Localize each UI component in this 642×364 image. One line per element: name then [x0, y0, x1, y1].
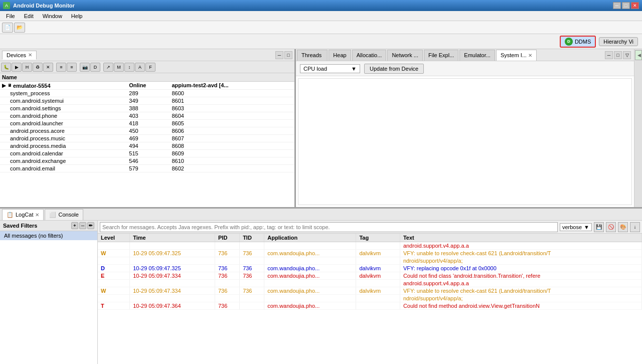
traceview-btn[interactable]: ↗	[103, 63, 113, 72]
update-threads-btn[interactable]: ▶	[12, 63, 22, 72]
process-port: 8604	[168, 112, 283, 119]
tab-minimize-btn[interactable]: ─	[605, 51, 613, 59]
log-table[interactable]: Level Time PID TID Application Tag Text	[98, 234, 642, 364]
table-row[interactable]: com.android.email 579 8602	[0, 164, 294, 172]
devices-tab-close[interactable]: ✕	[28, 52, 32, 58]
menu-help[interactable]: Help	[67, 12, 87, 20]
file-explorer-btn[interactable]: F	[145, 63, 155, 72]
menu-edit[interactable]: Edit	[20, 12, 38, 20]
all-messages-filter[interactable]: All messages (no filters)	[0, 231, 97, 240]
table-row[interactable]: android.process.acore 450 8606	[0, 127, 294, 134]
tab-view-menu-btn[interactable]: ▽	[623, 51, 631, 59]
alloc-tracking-btn[interactable]: A	[135, 63, 145, 72]
list-item[interactable]: ndroid/support/v4/app/a;	[98, 295, 642, 302]
process-port: 8609	[168, 149, 283, 157]
tab-heap[interactable]: Heap	[329, 50, 351, 61]
side-panel-item[interactable]: ◀	[635, 50, 642, 60]
update-from-device-button[interactable]: Update from Device	[364, 64, 424, 74]
table-row[interactable]: com.android.launcher 418 8605	[0, 119, 294, 127]
tab-system-info[interactable]: System I... ✕	[496, 50, 537, 61]
list-item[interactable]: android.support.v4.app.a.a	[98, 242, 642, 250]
device-list[interactable]: Name ▶ 🖥 emulator-5554 Online appium-tes…	[0, 73, 294, 207]
list-item[interactable]: D 10-29 05:09:47.325 736 736 com.wandouj…	[98, 265, 642, 272]
log-tid	[240, 242, 264, 250]
log-level: T	[98, 302, 130, 310]
table-row[interactable]: com.android.phone 403 8604	[0, 112, 294, 119]
update-heap-btn[interactable]: H	[22, 63, 32, 72]
menu-file[interactable]: File	[2, 12, 19, 20]
thread-updates-btn[interactable]: ≡	[56, 63, 66, 72]
toggle-method-btn[interactable]: ↕	[124, 63, 134, 72]
list-item[interactable]: W 10-29 05:09:47.334 736 736 com.wandouj…	[98, 287, 642, 295]
table-row[interactable]: com.android.exchange 546 8610	[0, 157, 294, 164]
table-row[interactable]: com.android.settings 388 8603	[0, 104, 294, 112]
save-log-btn[interactable]: 💾	[594, 222, 604, 232]
logcat-tab-bar: 📋 LogCat ✕ ⬜ Console	[0, 209, 642, 221]
screenshot-btn[interactable]: 📷	[80, 63, 90, 72]
table-row[interactable]: android.process.media 494 8608	[0, 142, 294, 149]
scroll-lock-btn[interactable]: ↓	[630, 222, 640, 232]
tab-allocation[interactable]: Allocatio...	[352, 50, 387, 61]
dump-btn[interactable]: D	[90, 63, 100, 72]
filter-actions: + ─ ✏	[71, 222, 94, 229]
list-item[interactable]: ndroid/support/v4/app/a;	[98, 257, 642, 265]
process-port: 8601	[168, 97, 283, 104]
logcat-tab-close[interactable]: ✕	[35, 212, 39, 218]
tab-system-info-close[interactable]: ✕	[528, 53, 532, 58]
tab-network[interactable]: Network ...	[387, 50, 423, 61]
toolbar-new-btn[interactable]: 📄	[2, 23, 13, 33]
method-profile-btn[interactable]: M	[114, 63, 124, 72]
tab-emulator[interactable]: Emulator...	[459, 50, 495, 61]
table-row[interactable]: com.android.systemui 349 8601	[0, 97, 294, 104]
tab-maximize-btn[interactable]: □	[614, 51, 622, 59]
console-tab[interactable]: ⬜ Console	[45, 209, 83, 220]
table-row[interactable]: com.android.calendar 515 8609	[0, 149, 294, 157]
tab-emulator-label: Emulator...	[464, 52, 491, 58]
list-item[interactable]: E 10-29 05:09:47.334 736 736 com.wandouj…	[98, 272, 642, 280]
log-text: VFY: unable to resolve check-cast 621 (L…	[400, 287, 641, 295]
log-level	[98, 242, 130, 250]
cpu-load-dropdown[interactable]: CPU load ▼	[300, 64, 360, 73]
clear-log-btn[interactable]: 🚫	[606, 222, 616, 232]
log-tid	[240, 295, 264, 302]
add-filter-btn[interactable]: +	[71, 222, 78, 229]
verbose-dropdown[interactable]: verbose ▼	[560, 223, 592, 231]
main-tabs-bar: Threads Heap Allocatio... Network ... Fi…	[296, 49, 634, 61]
process-name: com.android.exchange	[0, 157, 125, 164]
tab-file-explorer[interactable]: File Expl...	[424, 50, 458, 61]
ddms-button[interactable]: D DDMS	[560, 36, 596, 48]
list-item[interactable]: android.support.v4.app.a.a	[98, 280, 642, 287]
logcat-search-input[interactable]	[100, 222, 558, 232]
table-row[interactable]: android.process.music 469 8607	[0, 134, 294, 142]
list-item[interactable]: T 10-29 05:09:47.364 736 com.wandoujia.p…	[98, 302, 642, 310]
log-tag	[356, 242, 400, 250]
maximize-button[interactable]: □	[622, 2, 630, 9]
log-time: 10-29 05:09:47.325	[130, 250, 215, 257]
main-content: Devices ✕ ─ □ 🐛 ▶ H ♻ ✕ ≡ ≡ 📷 D	[0, 49, 642, 364]
devices-tab[interactable]: Devices ✕	[2, 51, 37, 60]
col-text: Text	[400, 234, 641, 242]
minimize-button[interactable]: ─	[613, 2, 621, 9]
gc-btn[interactable]: ♻	[33, 63, 43, 72]
tab-threads[interactable]: Threads	[297, 50, 328, 61]
col-time: Time	[130, 234, 215, 242]
hierarchy-viewer-button[interactable]: Hierarchy Vi	[599, 37, 638, 46]
heap-updates-btn[interactable]: ≡	[67, 63, 77, 72]
debug-btn[interactable]: 🐛	[1, 63, 11, 72]
col-app: Application	[264, 234, 356, 242]
toolbar-open-btn[interactable]: 📂	[14, 23, 25, 33]
devices-minimize-btn[interactable]: ─	[275, 51, 283, 59]
logcat-tab[interactable]: 📋 LogCat ✕	[2, 209, 44, 220]
window-controls[interactable]: ─ □ ✕	[613, 2, 639, 9]
process-port: 8607	[168, 134, 283, 142]
menu-window[interactable]: Window	[39, 12, 66, 20]
toggle-color-btn[interactable]: 🎨	[618, 222, 628, 232]
close-button[interactable]: ✕	[631, 2, 639, 9]
table-row[interactable]: system_process 289 8600	[0, 89, 294, 97]
table-row[interactable]: ▶ 🖥 emulator-5554 Online appium-test2-av…	[0, 82, 294, 90]
remove-filter-btn[interactable]: ─	[79, 222, 86, 229]
kill-process-btn[interactable]: ✕	[43, 63, 53, 72]
edit-filter-btn[interactable]: ✏	[87, 222, 94, 229]
list-item[interactable]: W 10-29 05:09:47.325 736 736 com.wandouj…	[98, 250, 642, 257]
devices-maximize-btn[interactable]: □	[284, 51, 292, 59]
